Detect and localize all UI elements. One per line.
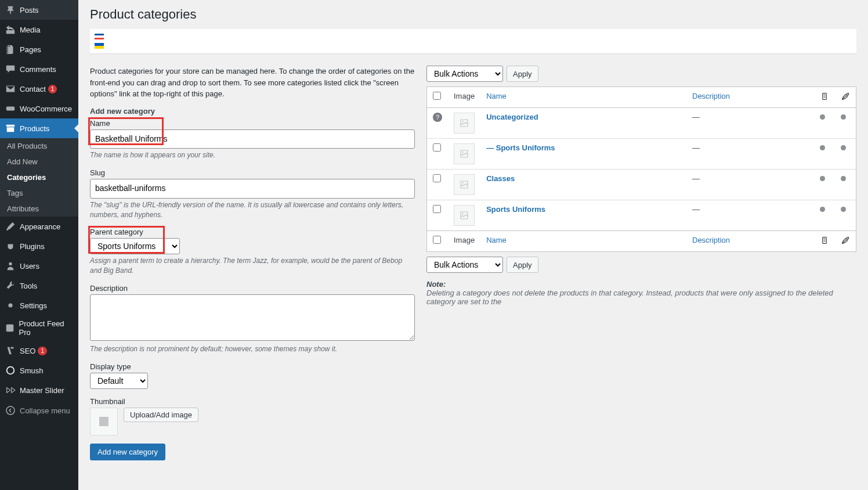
sidebar-item-comments[interactable]: Comments <box>0 59 78 79</box>
sidebar-item-label: Comments <box>20 65 56 74</box>
drag-handle[interactable] <box>820 176 825 181</box>
collapse-menu[interactable]: Collapse menu <box>0 400 78 421</box>
col-description[interactable]: Description <box>686 230 814 251</box>
archive-icon <box>5 123 16 134</box>
name-label: Name <box>90 119 415 128</box>
col-drag <box>814 230 835 251</box>
drag-handle[interactable] <box>820 114 825 120</box>
drag-handle[interactable] <box>841 145 846 150</box>
drag-handle[interactable] <box>820 207 825 212</box>
slug-help: The "slug" is the URL-friendly version o… <box>90 200 415 220</box>
wrench-icon <box>5 280 16 291</box>
sidebar-item-smush[interactable]: Smush <box>0 361 78 380</box>
select-all-checkbox-bottom[interactable] <box>433 236 441 244</box>
apply-button[interactable]: Apply <box>507 66 538 82</box>
name-field-wrapper: Name The name is how it appears on your … <box>90 119 415 161</box>
apply-button-bottom[interactable]: Apply <box>507 257 538 273</box>
col-name[interactable]: Name <box>480 230 686 251</box>
sidebar-item-settings[interactable]: Settings <box>0 296 78 315</box>
add-new-category-submit[interactable]: Add new category <box>90 444 165 460</box>
bulk-actions-select[interactable]: Bulk Actions <box>426 66 503 82</box>
bulk-actions-top: Bulk Actions Apply <box>426 66 856 82</box>
submenu-categories[interactable]: Categories <box>0 170 78 185</box>
drag-handle[interactable] <box>841 114 846 120</box>
sidebar-item-label: Posts <box>20 6 39 15</box>
mail-icon <box>5 83 16 95</box>
sidebar-item-plugins[interactable]: Plugins <box>0 236 78 256</box>
category-name-link[interactable]: Uncategorized <box>486 113 538 121</box>
bulk-actions-select-bottom[interactable]: Bulk Actions <box>426 257 503 273</box>
drag-handle[interactable] <box>841 176 846 181</box>
row-checkbox[interactable] <box>433 205 441 213</box>
sidebar-item-product-feed-pro[interactable]: Product Feed Pro <box>0 315 78 341</box>
category-image-placeholder <box>454 143 475 164</box>
slug-input[interactable] <box>90 179 415 199</box>
category-description: — <box>686 200 814 230</box>
sidebar-item-woocommerce[interactable]: WooCommerce <box>0 99 78 118</box>
drag-handle[interactable] <box>841 207 846 212</box>
description-textarea[interactable] <box>90 294 415 341</box>
sidebar-item-label: Tools <box>20 282 37 290</box>
table-row: ? Uncategorized — <box>427 108 856 138</box>
svg-point-5 <box>7 367 15 374</box>
display-type-field-wrapper: Display type Default <box>90 362 415 389</box>
svg-point-15 <box>462 213 464 214</box>
sidebar-item-users[interactable]: Users <box>0 256 78 276</box>
col-image: Image <box>448 230 480 251</box>
submenu-attributes[interactable]: Attributes <box>0 201 78 217</box>
help-icon[interactable]: ? <box>433 113 442 122</box>
svg-point-12 <box>462 121 464 122</box>
parent-select[interactable]: Sports Uniforms <box>90 238 180 254</box>
parent-help: Assign a parent term to create a hierarc… <box>90 256 415 276</box>
svg-rect-4 <box>6 325 14 332</box>
badge: 1 <box>38 347 47 355</box>
flag-icon[interactable] <box>95 34 104 39</box>
comment-icon <box>5 63 16 75</box>
svg-point-6 <box>6 406 15 415</box>
svg-rect-8 <box>823 93 826 99</box>
category-description: — <box>686 108 814 138</box>
upload-image-button[interactable]: Upload/Add image <box>124 408 198 422</box>
sidebar-item-label: Products <box>20 124 49 133</box>
submenu-all-products[interactable]: All Products <box>0 138 78 154</box>
row-checkbox[interactable] <box>433 174 441 182</box>
delete-note: Note: Deleting a category does not delet… <box>426 280 856 306</box>
gear-icon <box>5 300 16 311</box>
language-icons-bar <box>90 29 856 54</box>
category-name-link[interactable]: — Sports Uniforms <box>486 143 555 152</box>
description-label: Description <box>90 284 415 293</box>
thumbnail-field-wrapper: Thumbnail Upload/Add image <box>90 397 415 435</box>
pin-icon <box>5 4 16 16</box>
col-image: Image <box>448 87 480 108</box>
submenu-tags[interactable]: Tags <box>0 185 78 201</box>
sidebar-item-appearance[interactable]: Appearance <box>0 217 78 236</box>
sidebar-item-media[interactable]: Media <box>0 20 78 39</box>
category-name-link[interactable]: Sports Uniforms <box>486 205 545 214</box>
category-name-link[interactable]: Classes <box>486 174 515 183</box>
brush-icon <box>5 221 16 232</box>
category-image-placeholder <box>454 174 475 195</box>
sidebar-item-label: Plugins <box>20 242 45 251</box>
select-all-checkbox[interactable] <box>433 92 441 100</box>
submenu-add-new[interactable]: Add New <box>0 154 78 170</box>
feed-icon <box>5 322 16 334</box>
col-name[interactable]: Name <box>480 87 686 108</box>
display-type-select[interactable]: Default <box>90 373 148 389</box>
sidebar-item-products[interactable]: Products <box>0 118 78 138</box>
name-input[interactable] <box>90 129 415 149</box>
row-checkbox[interactable] <box>433 143 441 152</box>
media-icon <box>5 24 16 35</box>
sidebar-item-seo[interactable]: SEO 1 <box>0 341 78 361</box>
svg-rect-16 <box>823 237 826 243</box>
sidebar-item-master-slider[interactable]: Master Slider <box>0 380 78 400</box>
col-drag <box>814 87 835 108</box>
col-description[interactable]: Description <box>686 87 814 108</box>
table-row: Sports Uniforms — <box>427 200 856 230</box>
sidebar-item-pages[interactable]: Pages <box>0 39 78 59</box>
flag-icon[interactable] <box>95 43 104 49</box>
sidebar-item-contact[interactable]: Contact 1 <box>0 79 78 99</box>
products-submenu: All Products Add New Categories Tags Att… <box>0 138 78 217</box>
drag-handle[interactable] <box>820 145 825 150</box>
sidebar-item-tools[interactable]: Tools <box>0 276 78 296</box>
sidebar-item-posts[interactable]: Posts <box>0 0 78 20</box>
